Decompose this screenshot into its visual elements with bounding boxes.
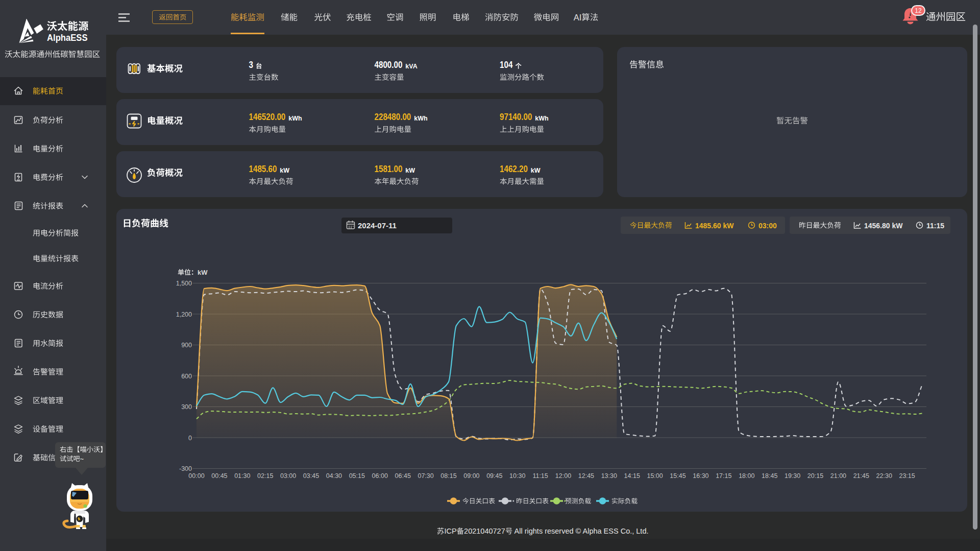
svg-text:02:15: 02:15 [257, 472, 273, 480]
svg-text:03:00: 03:00 [280, 472, 296, 480]
svg-text:16:30: 16:30 [693, 472, 708, 480]
svg-text:05:15: 05:15 [349, 472, 365, 480]
svg-text:146520.00: 146520.00 [249, 111, 286, 123]
svg-text:00:00: 00:00 [188, 472, 204, 480]
svg-text:1,500: 1,500 [176, 280, 192, 287]
svg-text:18:45: 18:45 [762, 472, 777, 480]
svg-text:kW: kW [280, 167, 289, 174]
svg-text:kW: kW [198, 269, 208, 276]
svg-text:13:30: 13:30 [601, 472, 617, 480]
svg-text:03:00: 03:00 [758, 222, 777, 230]
svg-text:600: 600 [181, 373, 192, 380]
svg-text:15:00: 15:00 [647, 472, 663, 480]
svg-text:kWh: kWh [535, 115, 548, 122]
svg-text:kWh: kWh [288, 115, 302, 122]
svg-text:~: ~ [80, 455, 84, 463]
svg-text:1462.20: 1462.20 [500, 163, 528, 175]
svg-text:20:15: 20:15 [807, 472, 823, 480]
svg-text:1485.60 kW: 1485.60 kW [695, 222, 734, 230]
svg-text:AlphaESS: AlphaESS [47, 32, 88, 43]
svg-text:21:45: 21:45 [853, 472, 869, 480]
svg-text:11:15: 11:15 [926, 222, 944, 230]
svg-text:18:00: 18:00 [739, 472, 754, 480]
svg-text:15:45: 15:45 [670, 472, 685, 480]
svg-text:23:15: 23:15 [899, 472, 915, 480]
svg-text:08:15: 08:15 [440, 472, 456, 480]
svg-text:kW: kW [531, 167, 541, 174]
svg-text:12:00: 12:00 [555, 472, 571, 480]
svg-text:-300: -300 [179, 465, 192, 472]
svg-text:09:45: 09:45 [486, 472, 502, 480]
svg-text:1,200: 1,200 [176, 311, 192, 318]
svg-text:kVA: kVA [405, 63, 417, 70]
svg-text:11:15: 11:15 [532, 472, 548, 480]
svg-text:1485.60: 1485.60 [249, 163, 277, 175]
svg-text:2024-07-11: 2024-07-11 [358, 221, 397, 230]
svg-text:07:30: 07:30 [418, 472, 433, 480]
svg-text:2021040727: 2021040727 [464, 527, 505, 535]
svg-text:00:45: 00:45 [211, 472, 227, 480]
svg-text:4800.00: 4800.00 [375, 59, 403, 70]
svg-text:AI: AI [574, 13, 582, 22]
svg-text:22:30: 22:30 [876, 472, 892, 480]
svg-text:06:00: 06:00 [372, 472, 388, 480]
svg-text:09:00: 09:00 [463, 472, 479, 480]
svg-text:0: 0 [188, 435, 192, 442]
svg-text:04:30: 04:30 [326, 472, 342, 480]
svg-text:104: 104 [500, 59, 513, 70]
svg-text:228480.00: 228480.00 [375, 111, 411, 123]
svg-text:01:30: 01:30 [234, 472, 250, 480]
svg-text:300: 300 [181, 403, 192, 411]
svg-text:kW: kW [405, 167, 415, 174]
svg-text:19:30: 19:30 [785, 472, 800, 480]
svg-text:03:45: 03:45 [303, 472, 319, 480]
svg-text:97140.00: 97140.00 [500, 111, 532, 123]
svg-text:21:00: 21:00 [830, 472, 846, 480]
svg-text:12:45: 12:45 [578, 472, 594, 480]
svg-text:3: 3 [249, 59, 253, 70]
svg-text:ICP: ICP [444, 527, 456, 535]
svg-text:06:45: 06:45 [395, 472, 411, 480]
svg-text:1456.80 kW: 1456.80 kW [864, 222, 903, 230]
svg-text:14:15: 14:15 [624, 472, 640, 480]
svg-text:10:30: 10:30 [509, 472, 525, 480]
svg-text:1581.00: 1581.00 [375, 163, 403, 175]
svg-text:All rights reserved © Alpha ES: All rights reserved © Alpha ESS Co., Ltd… [512, 527, 648, 535]
svg-text:12: 12 [915, 7, 922, 14]
svg-text:900: 900 [181, 342, 192, 349]
svg-text:kWh: kWh [414, 115, 427, 122]
svg-text:17:15: 17:15 [716, 472, 731, 480]
